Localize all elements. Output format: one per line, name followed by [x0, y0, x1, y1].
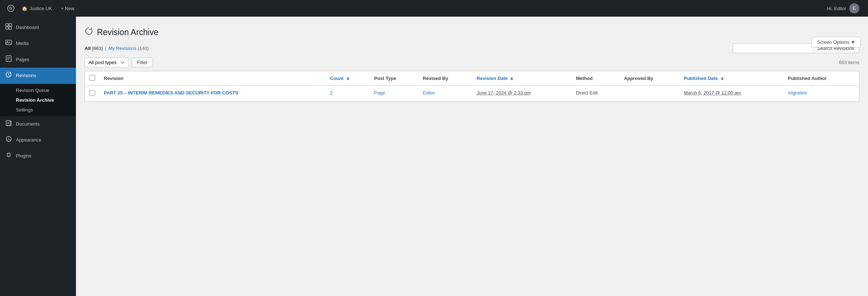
col-approved-by: Approved By — [620, 71, 680, 86]
documents-icon — [5, 120, 12, 128]
col-published-author: Published Author — [783, 71, 859, 86]
page-icon — [85, 27, 93, 38]
admin-bar-right: Hi, Editor E — [823, 0, 864, 17]
new-content-button[interactable]: + New — [56, 0, 78, 17]
sort-up-icon — [721, 77, 724, 79]
plugins-icon — [5, 152, 12, 160]
method-cell: Direct Edit — [572, 86, 620, 102]
pages-icon — [5, 55, 12, 64]
search-input[interactable] — [733, 43, 812, 53]
filter-links: All (663) | My Revisions (140) — [85, 46, 149, 51]
svg-rect-19 — [7, 153, 10, 156]
sidebar-item-revision-archive[interactable]: Revision Archive — [0, 95, 76, 105]
revision-link[interactable]: PART 25 – INTERIM REMEDIES AND SECURITY … — [104, 90, 238, 96]
sidebar-item-plugins[interactable]: Plugins — [0, 148, 76, 164]
svg-rect-4 — [6, 27, 8, 29]
filter-row: All post types Filter 663 items — [85, 58, 859, 67]
col-count[interactable]: Count — [326, 71, 370, 86]
page-header: Revision Archive — [85, 27, 859, 38]
col-published-date[interactable]: Published Date — [680, 71, 783, 86]
col-post-type: Post Type — [370, 71, 418, 86]
sidebar-item-label: Media — [16, 40, 29, 47]
sort-down-icon — [346, 79, 349, 80]
site-name[interactable]: 🏠 Justice UK — [17, 0, 56, 17]
sidebar-item-appearance[interactable]: Appearance — [0, 132, 76, 148]
admin-bar: W 🏠 Justice UK + New Hi, Editor E — [0, 0, 868, 17]
revision-cell: PART 25 – INTERIM REMEDIES AND SECURITY … — [99, 86, 326, 102]
items-count: 663 items — [839, 60, 859, 65]
home-icon: 🏠 — [22, 6, 27, 11]
svg-rect-3 — [9, 24, 12, 26]
revisions-table: Revision Count Post Type Revised By — [85, 71, 859, 102]
col-revised-by: Revised By — [418, 71, 472, 86]
revised-by-cell: Editor — [418, 86, 472, 102]
post-type-cell: Page — [370, 86, 418, 102]
filter-bar: All (663) | My Revisions (140) Search Re… — [85, 43, 859, 53]
sidebar-item-documents[interactable]: Documents — [0, 116, 76, 132]
sidebar-item-revision-queue[interactable]: Revision Queue — [0, 85, 76, 95]
revisions-submenu: Revision Queue Revision Archive Settings — [0, 84, 76, 116]
dashboard-icon — [5, 23, 12, 32]
row-checkbox[interactable] — [89, 90, 95, 96]
svg-rect-5 — [9, 27, 12, 29]
published-date-cell: March 6, 2017 @ 12:00 am — [680, 86, 783, 102]
sort-down-icon — [510, 79, 513, 80]
table-row: PART 25 – INTERIM REMEDIES AND SECURITY … — [85, 86, 859, 102]
filter-button[interactable]: Filter — [132, 58, 153, 67]
sort-down-icon — [721, 79, 724, 80]
screen-options-button[interactable]: Screen Options ▼ — [812, 37, 861, 47]
count-cell: 2 — [326, 86, 370, 102]
sidebar-item-pages[interactable]: Pages — [0, 52, 76, 68]
wp-logo[interactable]: W — [4, 0, 17, 17]
sidebar-item-revisions[interactable]: Revisions — [0, 68, 76, 84]
sort-up-icon — [346, 77, 349, 79]
revision-date-value: June 17, 2024 @ 2:33 pm — [477, 90, 531, 96]
user-menu[interactable]: Hi, Editor E — [823, 0, 864, 17]
col-revision-date[interactable]: Revision Date — [472, 71, 572, 86]
count-sort-arrows — [346, 77, 349, 80]
svg-rect-2 — [6, 24, 8, 26]
col-method: Method — [572, 71, 620, 86]
svg-line-13 — [9, 75, 10, 76]
count-link[interactable]: 2 — [330, 90, 333, 96]
sidebar-item-label: Appearance — [16, 137, 41, 143]
col-revision: Revision — [99, 71, 326, 86]
published-author-link[interactable]: migration — [788, 90, 807, 96]
revision-date-sort-arrows — [510, 77, 513, 80]
sidebar-item-media[interactable]: Media — [0, 35, 76, 51]
method-value: Direct Edit — [576, 90, 598, 96]
avatar: E — [849, 3, 859, 13]
page-title: Revision Archive — [97, 28, 158, 37]
approved-by-cell — [620, 86, 680, 102]
published-date-value: March 6, 2017 @ 12:00 am — [684, 90, 741, 96]
svg-rect-14 — [6, 120, 10, 126]
svg-text:W: W — [9, 6, 13, 10]
row-checkbox-cell — [85, 86, 100, 102]
sidebar-item-label: Pages — [16, 56, 29, 63]
appearance-icon — [5, 136, 12, 144]
sidebar: Dashboard Media Pages — [0, 17, 76, 296]
sidebar-item-label: Plugins — [16, 153, 31, 159]
filter-my-revisions-link[interactable]: My Revisions (140) — [109, 46, 149, 51]
revision-date-cell: June 17, 2024 @ 2:33 pm — [472, 86, 572, 102]
revisions-icon — [5, 71, 12, 80]
filter-all-link[interactable]: All (663) — [85, 46, 103, 51]
published-author-cell: migration — [783, 86, 859, 102]
main-content: Screen Options ▼ Revision Archive All (6… — [76, 17, 868, 296]
layout: Dashboard Media Pages — [0, 17, 868, 296]
sidebar-item-label: Revisions — [16, 72, 36, 79]
filter-separator: | — [105, 46, 106, 51]
revised-by-link[interactable]: Editor — [423, 90, 435, 96]
post-type-link[interactable]: Page — [374, 90, 385, 96]
media-icon — [5, 39, 12, 48]
sidebar-item-label: Dashboard — [16, 24, 39, 31]
select-all-checkbox[interactable] — [89, 75, 95, 81]
post-type-filter[interactable]: All post types — [85, 58, 129, 67]
sidebar-item-dashboard[interactable]: Dashboard — [0, 20, 76, 35]
svg-point-7 — [7, 41, 8, 42]
select-all-col — [85, 71, 100, 86]
published-date-sort-arrows — [721, 77, 724, 80]
sidebar-item-settings[interactable]: Settings — [0, 105, 76, 115]
sort-up-icon — [510, 77, 513, 79]
sidebar-item-label: Documents — [16, 121, 40, 127]
